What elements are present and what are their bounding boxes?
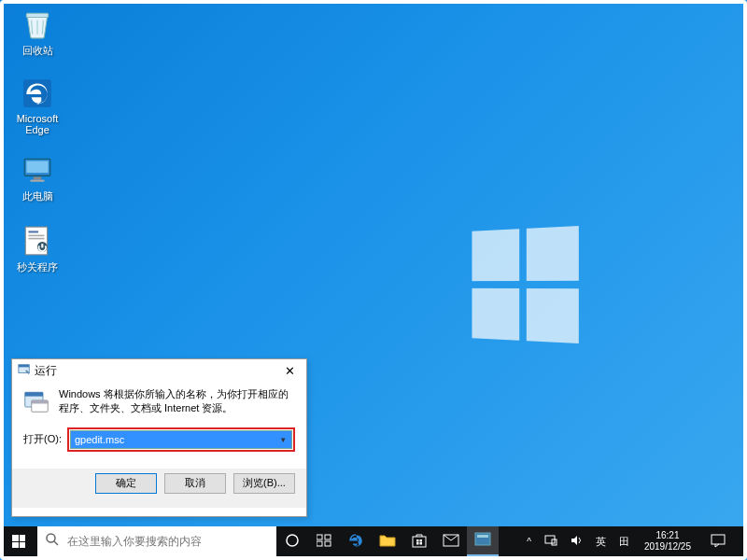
svg-rect-11 [41,244,43,247]
start-button[interactable] [0,526,37,556]
running-app-button[interactable] [467,526,499,556]
explorer-taskbar-button[interactable] [372,526,403,556]
icon-label: Microsoft Edge [17,113,59,135]
trash-icon [21,7,54,41]
clock[interactable]: 16:21 2019/12/25 [639,530,697,553]
run-app-icon [23,387,49,413]
svg-point-19 [287,535,298,546]
shutdown-util-icon[interactable]: 秒关程序 [7,224,67,274]
chevron-down-icon: ▾ [281,435,286,444]
tray-overflow-button[interactable]: ^ [523,537,535,547]
svg-rect-24 [413,537,426,547]
svg-rect-34 [712,535,725,544]
dialog-buttons: 确定 取消 浏览(B)... [12,469,306,508]
open-input[interactable] [70,430,292,449]
ime-mode[interactable]: 田 [615,535,633,549]
svg-rect-5 [31,180,45,182]
run-dialog: 运行 ✕ Windows 将根据你所输入的名称，为你打开相应的程序、文件夹、文档… [11,358,307,517]
svg-rect-25 [416,539,419,542]
edge-taskbar-button[interactable] [340,526,372,556]
edge-browser-icon[interactable]: Microsoft Edge [7,77,67,135]
this-pc-icon[interactable]: 此电脑 [7,153,67,203]
recycle-bin-icon[interactable]: 回收站 [7,7,67,58]
system-tray: ^ 英 田 16:21 2019/12/25 [523,526,747,556]
date: 2019/12/25 [644,541,691,553]
icon-label: 秒关程序 [17,260,58,274]
time: 16:21 [644,530,691,541]
mail-taskbar-button[interactable] [435,526,467,556]
svg-rect-0 [26,13,48,17]
svg-rect-17 [32,400,49,404]
windows-icon [12,535,25,548]
monitor-icon [21,153,54,187]
cancel-button[interactable]: 取消 [164,473,226,494]
search-box[interactable] [37,526,276,556]
volume-icon[interactable] [567,535,586,548]
dialog-title: 运行 [35,363,57,379]
close-button[interactable]: ✕ [276,361,303,380]
svg-rect-22 [317,541,322,546]
desktop: 回收站 Microsoft Edge 此电脑 秒关程序 运行 ✕ [0,0,747,560]
svg-rect-27 [416,542,419,545]
svg-rect-26 [420,539,423,542]
svg-point-18 [47,534,55,542]
dialog-description: Windows 将根据你所输入的名称，为你打开相应的程序、文件夹、文档或 Int… [59,387,295,416]
svg-rect-3 [26,161,48,173]
svg-rect-8 [28,235,44,237]
mail-icon [443,534,459,550]
chevron-up-icon: ^ [527,537,531,547]
notification-icon [711,534,726,550]
taskview-icon [317,534,331,550]
app-icon [474,532,491,550]
svg-rect-23 [325,541,331,546]
open-label: 打开(O): [23,432,62,446]
icon-label: 回收站 [22,44,53,58]
search-input[interactable] [67,535,269,548]
action-center-button[interactable] [702,534,734,550]
svg-rect-20 [317,535,322,539]
document-icon [21,224,54,258]
input-highlight: ▾ [67,427,295,452]
ok-button[interactable]: 确定 [95,473,157,494]
browse-button[interactable]: 浏览(B)... [233,473,295,494]
svg-rect-21 [325,535,331,539]
store-taskbar-button[interactable] [403,526,435,556]
task-view-button[interactable] [308,526,340,556]
icon-label: 此电脑 [22,189,53,203]
svg-rect-28 [420,542,423,545]
svg-rect-15 [25,392,43,396]
edge-icon [347,532,364,552]
titlebar[interactable]: 运行 ✕ [12,359,306,382]
svg-rect-7 [28,231,38,232]
folder-icon [379,533,396,551]
circle-icon [285,533,300,551]
run-icon [18,363,31,379]
ime-language[interactable]: 英 [592,535,610,549]
dropdown-button[interactable]: ▾ [276,433,289,446]
svg-rect-13 [19,364,29,367]
store-icon [411,533,428,551]
svg-rect-31 [477,535,488,538]
cortana-button[interactable] [276,526,308,556]
edge-icon [21,77,54,110]
svg-rect-4 [34,176,42,179]
close-icon: ✕ [285,364,295,378]
taskbar: ^ 英 田 16:21 2019/12/25 [0,526,747,556]
search-icon [45,532,60,551]
wallpaper-windows-logo [472,226,578,343]
svg-rect-30 [475,533,490,545]
svg-rect-9 [28,238,44,240]
network-icon[interactable] [541,535,561,548]
